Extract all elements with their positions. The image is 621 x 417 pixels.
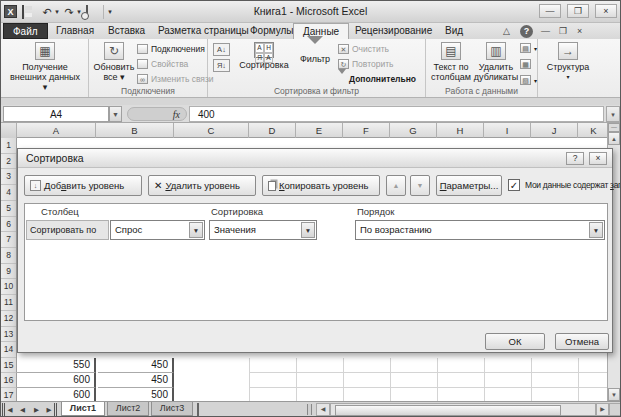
last-sheet-button[interactable]: ▶ [44,403,57,416]
workbook-close-button[interactable]: × [577,25,582,37]
insert-function-button[interactable]: fx [127,107,187,121]
refresh-all-button[interactable]: ↻ Обновить все ▾ [93,42,135,82]
row-header-15[interactable]: 15 [1,358,17,373]
sort-on-dropdown[interactable]: Значения ▼ [209,220,317,240]
column-header-c[interactable]: C [174,123,249,138]
row-header-16[interactable]: 16 [1,373,17,388]
tab-file[interactable]: Файл [3,23,48,39]
tab-split-handle[interactable] [307,404,312,415]
dialog-close-button[interactable]: × [589,152,607,165]
dropdown-arrow-icon[interactable]: ▼ [589,222,603,238]
delete-level-button[interactable]: ✕ Удалить уровень [148,175,256,196]
move-level-down-button[interactable]: ▼ [410,175,430,196]
add-level-button[interactable]: ↓ Добавить уровень [24,175,142,196]
scroll-up-button[interactable]: ▲ [608,132,620,145]
consolidate-button[interactable]: ▦ [520,59,531,69]
get-external-data-button[interactable]: ▦ Получение внешних данных ▾ [9,42,81,92]
column-header-h[interactable]: H [437,123,484,138]
help-button[interactable]: ? [520,25,533,38]
sheet-tab-1[interactable]: Лист1 [61,402,105,416]
pin-ribbon-icon[interactable]: △ [503,25,510,37]
copy-level-button[interactable]: Копировать уровень [262,175,380,196]
row-header[interactable]: 2 [1,154,16,170]
previous-sheet-button[interactable]: ◀ [16,403,29,416]
dropdown-arrow-icon[interactable]: ▼ [301,222,315,238]
column-header-g[interactable]: G [390,123,437,138]
cell-b16[interactable]: 450 [98,373,174,388]
column-header-d[interactable]: D [249,123,296,138]
hscroll-left-button[interactable]: ◀ [316,403,330,416]
row-header[interactable]: 4 [1,185,16,201]
sort-dialog-button[interactable]: АНЯА Сортировка [235,42,293,70]
workbook-restore-button[interactable]: ❐ [559,25,567,37]
select-all-corner[interactable] [1,123,17,138]
hscroll-right-button[interactable]: ▶ [596,403,609,416]
hscroll-thumb[interactable] [335,405,561,416]
cell-a15[interactable]: 550 [17,358,96,373]
column-header-b[interactable]: B [96,123,174,138]
text-to-columns-button[interactable]: ▤ Текст по столбцам [428,42,474,82]
cell-a16[interactable]: 600 [17,373,96,388]
column-header-a[interactable]: A [17,123,96,138]
workbook-minimize-button[interactable]: — [541,25,550,37]
cancel-button[interactable]: Отмена [555,333,609,350]
expand-formula-bar-button[interactable]: ▾ [606,106,620,122]
row-header[interactable]: 13 [1,327,16,343]
row-header[interactable]: 14 [1,342,16,358]
sort-ascending-button[interactable]: А↓ [213,43,230,56]
column-header-e[interactable]: E [296,123,343,138]
dialog-title-bar[interactable]: Сортировка [18,149,612,168]
first-sheet-button[interactable]: ◀ [2,403,15,416]
dropdown-arrow-icon[interactable]: ▼ [189,222,203,238]
advanced-filter-button[interactable]: Дополнительно [338,74,416,84]
column-header-j[interactable]: J [531,123,578,138]
row-header[interactable]: 6 [1,217,16,233]
remove-duplicates-button[interactable]: ▥ Удалить дубликаты [474,42,518,82]
tab-view[interactable]: Вид [436,23,472,39]
reapply-button[interactable]: ↻ Повторить [338,59,394,69]
outline-button[interactable]: → Структура ▾ [542,42,594,82]
row-header[interactable]: 12 [1,311,16,327]
sheet-tab-3[interactable]: Лист3 [151,402,193,416]
my-data-has-headers-checkbox[interactable]: ✓ [508,179,520,191]
tab-insert[interactable]: Вставка [99,23,154,39]
options-button[interactable]: Параметры... [436,175,502,196]
name-box-dropdown[interactable]: ▼ [109,106,122,122]
column-header-f[interactable]: F [343,123,390,138]
sort-order-dropdown[interactable]: По возрастанию ▼ [355,220,605,240]
cell-b15[interactable]: 450 [98,358,174,373]
next-sheet-button[interactable]: ▶ [30,403,43,416]
what-if-analysis-button[interactable]: ▧▾ [520,75,537,85]
restore-button[interactable]: ❐ [567,4,589,18]
sheet-tab-2[interactable]: Лист2 [107,402,149,416]
row-header[interactable]: 11 [1,295,16,311]
row-header[interactable]: 10 [1,279,16,295]
tab-home[interactable]: Главная [47,23,103,39]
sort-descending-button[interactable]: Я↓ [213,59,230,72]
scroll-down-button[interactable]: ▼ [608,388,620,401]
row-header[interactable]: 1 [1,138,16,154]
column-header-k[interactable]: K [578,123,609,138]
row-header[interactable]: 8 [1,248,16,264]
data-validation-button[interactable]: ▤▾ [520,43,537,53]
tab-review[interactable]: Рецензирование [346,23,441,39]
ok-button[interactable]: ОК [485,333,545,350]
row-header[interactable]: 5 [1,201,16,217]
sort-column-dropdown[interactable]: Спрос ▼ [110,220,205,240]
dialog-help-button[interactable]: ? [566,152,584,165]
column-header-i[interactable]: I [484,123,531,138]
scrollbar-split-handle[interactable]: — [608,123,620,132]
move-level-up-button[interactable]: ▲ [386,175,406,196]
connections-button[interactable]: Подключения [137,44,205,54]
properties-button[interactable]: Свойства [137,59,188,69]
formula-input[interactable]: 400 [189,106,604,122]
insert-worksheet-button[interactable] [197,404,213,415]
row-header[interactable]: 9 [1,264,16,280]
close-button[interactable]: × [595,4,617,18]
clear-filter-button[interactable]: ✕ Очистить [338,44,389,54]
minimize-button[interactable]: — [539,4,561,18]
row-header[interactable]: 3 [1,169,16,185]
name-box[interactable]: A4 [3,106,109,122]
row-header[interactable]: 7 [1,232,16,248]
edit-links-button[interactable]: ∞ Изменить связи [137,74,214,84]
